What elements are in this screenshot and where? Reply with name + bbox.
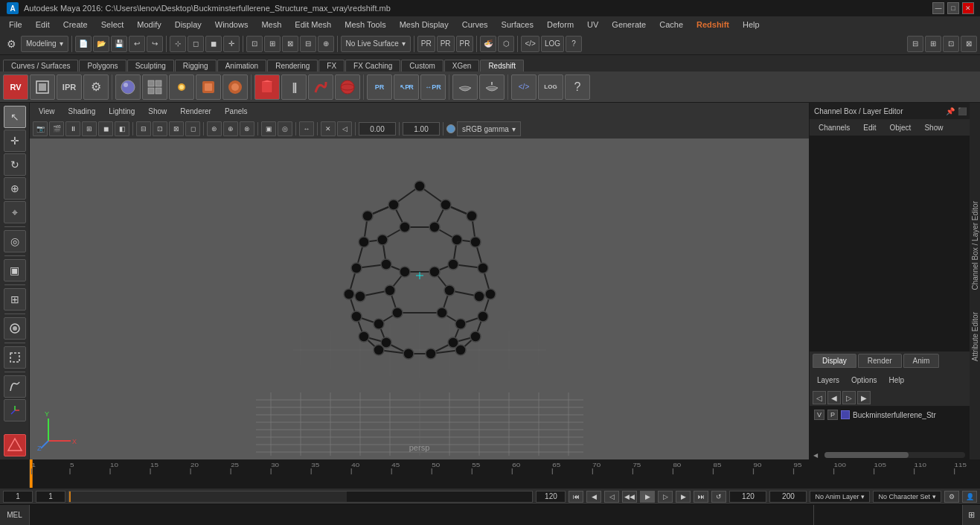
viewport[interactable]: View Shading Lighting Show Renderer Pane… [30,103,809,459]
layer-arrow-right2-btn[interactable]: ▶ [857,391,871,404]
horizontal-scrollbar[interactable]: ◀ ▶ [810,451,980,459]
options-menu-item[interactable]: Options [847,375,881,386]
vp-shading-btn[interactable]: ▣ [261,121,276,136]
menu-mesh[interactable]: Mesh [255,19,287,31]
maximize-button[interactable]: □ [947,2,959,14]
vp-offset-input[interactable] [359,122,396,136]
paint-btn[interactable]: ◼ [205,36,222,52]
skip-fwd-btn[interactable]: ⏭ [694,491,708,503]
no-live-surface-dropdown[interactable]: No Live Surface ▾ [341,36,411,52]
shelf-icon-ipr[interactable]: IPR [57,74,82,100]
snap-btn1[interactable]: ⊡ [246,36,263,52]
snap-btn4[interactable]: ⊟ [300,36,316,52]
axis-btn[interactable] [4,399,26,421]
shelf-tab-animation[interactable]: Animation [217,60,266,71]
menu-create[interactable]: Create [57,19,94,31]
shelf-icon-grid[interactable] [142,74,167,100]
menu-mesh-display[interactable]: Mesh Display [394,19,455,31]
shelf-icon-bowl1[interactable] [452,74,478,100]
menu-generate[interactable]: Generate [606,19,652,31]
menu-surfaces[interactable]: Surfaces [496,19,539,31]
vp-shade-btn2[interactable]: ◧ [115,121,129,136]
tab-anim[interactable]: Anim [903,354,940,368]
shelf-tab-fx[interactable]: FX [318,60,345,71]
vp-res-btn3[interactable]: ⊗ [240,121,254,136]
close-button[interactable]: ✕ [962,2,974,14]
vp-menu-view[interactable]: View [33,106,61,117]
next-frame-btn[interactable]: ▶ [676,491,691,503]
char-set-btn2[interactable]: 👤 [962,491,977,503]
vp-show-btn[interactable]: ⊠ [169,121,184,136]
vp-camera-btn[interactable]: 📷 [33,121,48,136]
tab-render[interactable]: Render [858,354,902,368]
vp-wireframe-btn[interactable]: ⊞ [82,121,97,136]
scene-view-btn2[interactable]: ⬡ [498,36,514,52]
lasso-btn[interactable]: ◻ [188,36,204,52]
select-btn[interactable]: ⊹ [170,36,186,52]
snap-to-grid-btn[interactable]: ⊞ [4,288,26,311]
timeline-ruler[interactable]: 1 5 10 15 20 25 30 35 40 45 50 [30,459,980,488]
menu-windows[interactable]: Windows [209,19,254,31]
shelf-icon-material[interactable] [115,74,141,100]
layers-menu-item[interactable]: Layers [813,375,844,386]
playback-range-bar[interactable] [68,491,533,503]
cb-menu-show[interactable]: Show [918,122,949,133]
right-panel-btn3[interactable]: ⊡ [943,36,959,52]
mode-dropdown[interactable]: Modeling ▾ [21,36,68,52]
save-file-btn[interactable]: 💾 [111,36,127,52]
frame-start-input[interactable] [3,491,33,503]
no-char-set-dropdown[interactable]: No Character Set ▾ [873,491,941,503]
shelf-icon-light[interactable] [169,74,194,100]
anim-start-input[interactable] [729,491,766,503]
shelf-icon-log[interactable]: LOG [538,74,563,100]
frame-end-input[interactable] [536,491,566,503]
shelf-icon-pr1[interactable]: PR [367,74,392,100]
layer-arrow-right-btn[interactable]: ▷ [842,391,856,404]
cb-menu-edit[interactable]: Edit [857,122,882,133]
script-editor-btn[interactable]: ⊞ [962,505,980,526]
vp-scale-input[interactable] [403,122,440,136]
shelf-icon-obj2[interactable] [222,74,248,100]
menu-modify[interactable]: Modify [131,19,167,31]
shelf-icon-rv[interactable]: RV [3,74,28,100]
minimize-button[interactable]: — [932,2,944,14]
vp-menu-shading[interactable]: Shading [63,106,102,117]
shelf-tab-polygons[interactable]: Polygons [79,60,126,71]
cb-menu-channels[interactable]: Channels [813,122,856,133]
open-file-btn[interactable]: 📂 [93,36,109,52]
settings-gear-icon[interactable]: ⚙ [3,36,19,52]
vp-film-btn[interactable]: 🎬 [49,121,64,136]
redshift-logo-btn[interactable] [4,434,26,456]
shelf-icon-code[interactable]: </> [511,74,537,100]
scale-tool-btn[interactable]: ⊕ [4,177,26,200]
shelf-tab-rigging[interactable]: Rigging [175,60,217,71]
vp-xray-btn[interactable]: ✕ [321,121,336,136]
colorspace-dropdown[interactable]: sRGB gamma ▾ [457,121,521,136]
help-btn[interactable]: ? [566,36,582,52]
menu-curves[interactable]: Curves [456,19,494,31]
shelf-tab-fxcaching[interactable]: FX Caching [345,60,400,71]
anim-end-input[interactable] [769,491,807,503]
prev-frame-btn[interactable]: ◀ [586,491,601,503]
move-tool-btn[interactable]: ✛ [4,130,26,152]
scene-view-btn1[interactable]: 🍜 [480,36,496,52]
shelf-icon-pr2[interactable]: ↖PR [394,74,419,100]
scrollbar-track[interactable] [824,452,965,458]
select-tool-btn[interactable]: ↖ [4,106,26,128]
render-region-btn[interactable] [4,346,26,369]
shelf-icon-pr3[interactable]: ↔PR [420,74,446,100]
show-manipulator-btn[interactable]: ▣ [4,259,26,281]
menu-cache[interactable]: Cache [653,19,689,31]
render-btn1[interactable]: PR [417,36,435,52]
redo-btn[interactable]: ↪ [147,36,163,52]
shelf-tab-redshift[interactable]: Redshift [480,60,524,71]
cb-menu-object[interactable]: Object [884,122,917,133]
right-panel-btn1[interactable]: ⊟ [907,36,923,52]
prev-key-btn[interactable]: ◁ [604,491,619,503]
rotate-tool-btn[interactable]: ↻ [4,153,26,176]
camera-dolly-btn[interactable] [4,317,26,340]
skip-back-btn[interactable]: ⏮ [569,491,583,503]
next-key-btn[interactable]: ▷ [658,491,673,503]
mel-input[interactable] [30,505,813,525]
attribute-editor-side-label[interactable]: Attribute Editor [971,312,979,361]
